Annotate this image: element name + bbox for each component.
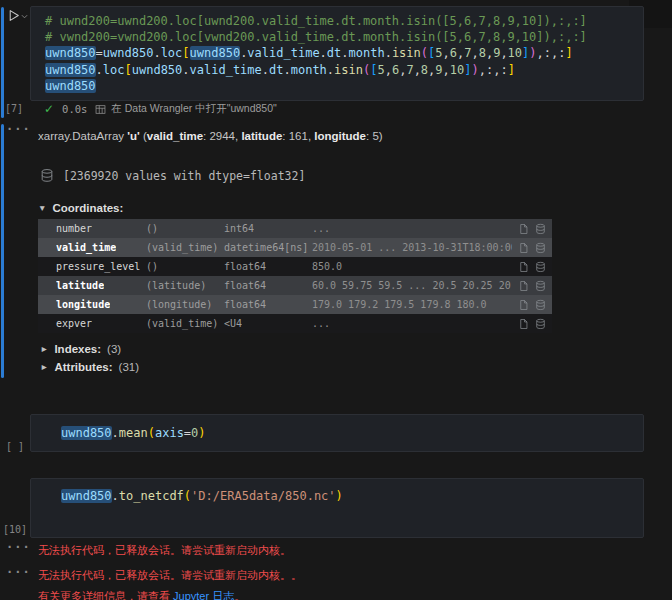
collapsed-arrow-icon: ► — [40, 362, 48, 372]
coord-dims: (latitude) — [146, 276, 206, 295]
coord-row-icons — [518, 238, 546, 257]
indexes-label: Indexes: — [54, 343, 101, 355]
code-cell-3[interactable]: uwnd850.to_netcdf('D:/ERA5data/850.nc') — [30, 478, 644, 538]
coord-dims: () — [146, 257, 158, 276]
coord-dtype: datetime64[ns] — [224, 238, 308, 257]
coords-table: number()int64...valid_time(valid_time)da… — [38, 219, 552, 333]
coord-value: 2010-05-01 ... 2013-10-31T18:00:00 — [312, 238, 512, 257]
chevron-down-icon — [21, 13, 28, 20]
coord-name: longitude — [56, 295, 110, 314]
collapsed-arrow-icon: ► — [40, 344, 48, 354]
data-wrangler-table-icon — [95, 104, 106, 115]
show-attributes-icon[interactable] — [518, 280, 529, 292]
indexes-count: (3) — [107, 343, 121, 355]
show-data-icon[interactable] — [535, 242, 546, 254]
code-line: uwnd850.mean(axis=0) — [61, 425, 643, 441]
coord-row-icons — [518, 314, 546, 333]
execution-duration: 0.0s — [62, 103, 87, 115]
output-focus-bar — [1, 124, 4, 378]
show-attributes-icon[interactable] — [518, 223, 529, 235]
coord-dims: (valid_time) — [146, 314, 218, 333]
coordinates-section-header[interactable]: ▼ Coordinates: — [38, 202, 123, 214]
coord-dtype: float64 — [224, 257, 266, 276]
attributes-count: (31) — [119, 361, 139, 373]
database-icon[interactable] — [40, 168, 54, 183]
coord-value: ... — [312, 219, 330, 238]
kernel-error-message-2: 无法执行代码，已释放会话。请尝试重新启动内核。。 — [38, 568, 302, 583]
coord-dims: (longitude) — [146, 295, 212, 314]
coord-row-icons — [518, 276, 546, 295]
coord-value: 60.0 59.75 59.5 ... 20.5 20.25 20.0 — [312, 276, 512, 295]
code-line: uwnd850.to_netcdf('D:/ERA5data/850.nc') — [61, 488, 643, 504]
coord-dims: (valid_time) — [146, 238, 218, 257]
success-check-icon: ✓ — [44, 102, 54, 116]
coord-row-icons — [518, 257, 546, 276]
cell-2-code: uwnd850.mean(axis=0) — [31, 415, 643, 441]
kernel-error-message-1: 无法执行代码，已释放会话。请尝试重新启动内核。 — [38, 543, 291, 558]
vscode-notebook: { "colors": { "focus_bar_blue": "#2b7cd4… — [0, 0, 672, 600]
code-cell-2[interactable]: uwnd850.mean(axis=0) — [30, 414, 644, 452]
coord-name: number — [56, 219, 92, 238]
coord-name: expver — [56, 314, 92, 333]
coord-dims: () — [146, 219, 158, 238]
show-data-icon[interactable] — [535, 280, 546, 292]
cell-1-status-bar: ✓ 0.0s 在 Data Wrangler 中打开"uwnd850" — [30, 101, 644, 117]
cell-1-code: # uwnd200=uwnd200.loc[uwnd200.valid_time… — [31, 7, 643, 94]
coord-value: ... — [312, 314, 330, 333]
coord-dtype: float64 — [224, 276, 266, 295]
coord-dtype: float64 — [224, 295, 266, 314]
coord-dtype: <U4 — [224, 314, 242, 333]
show-attributes-icon[interactable] — [518, 261, 529, 273]
indexes-section-header[interactable]: ► Indexes: (3) — [40, 343, 121, 355]
coord-value: 179.0 179.2 179.5 179.8 180.0 — [312, 295, 487, 314]
coord-row-icons — [518, 219, 546, 238]
coord-row-icons — [518, 295, 546, 314]
coord-row-expver: expver(valid_time)<U4... — [38, 314, 552, 333]
play-icon — [6, 8, 21, 23]
code-line: # uwnd200=uwnd200.loc[uwnd200.valid_time… — [45, 13, 643, 29]
code-cell-1[interactable]: # uwnd200=uwnd200.loc[uwnd200.valid_time… — [30, 6, 644, 101]
data-wrangler-label: 在 Data Wrangler 中打开"uwnd850" — [111, 102, 276, 116]
coord-row-latitude: latitude(latitude)float6460.0 59.75 59.5… — [38, 276, 552, 295]
kernel-error-details: 有关更多详细信息，请查看 Jupyter 日志。 — [38, 589, 245, 600]
code-line: uwnd850=uwnd850.loc[uwnd850.valid_time.d… — [45, 45, 643, 61]
attributes-label: Attributes: — [54, 361, 112, 373]
open-in-data-wrangler-link[interactable]: 在 Data Wrangler 中打开"uwnd850" — [95, 102, 276, 116]
show-data-icon[interactable] — [535, 318, 546, 330]
cell-1-execution-count: [7] — [5, 103, 23, 114]
show-attributes-icon[interactable] — [518, 318, 529, 330]
coord-row-longitude: longitude(longitude)float64179.0 179.2 1… — [38, 295, 552, 314]
code-line: uwnd850.loc[uwnd850.valid_time.dt.month.… — [45, 62, 643, 78]
show-data-icon[interactable] — [535, 299, 546, 311]
show-attributes-icon[interactable] — [518, 242, 529, 254]
coord-name: pressure_level — [56, 257, 140, 276]
attributes-section-header[interactable]: ► Attributes: (31) — [40, 361, 139, 373]
coordinates-label: Coordinates: — [52, 202, 123, 214]
values-preview: [2369920 values with dtype=float32] — [63, 169, 305, 183]
cell-2-execution-count: [ ] — [6, 441, 24, 452]
coord-name: latitude — [56, 276, 104, 295]
show-data-icon[interactable] — [535, 223, 546, 235]
coord-name: valid_time — [56, 238, 116, 257]
code-line: uwnd850 — [45, 78, 643, 94]
show-attributes-icon[interactable] — [518, 299, 529, 311]
cell-3-execution-count: [10] — [3, 524, 27, 535]
run-cell-button[interactable] — [6, 8, 21, 27]
cell-3-code: uwnd850.to_netcdf('D:/ERA5data/850.nc') — [31, 479, 643, 504]
dataarray-header: xarray.DataArray 'u' (valid_time: 2944, … — [38, 130, 383, 142]
array-preview-row: [2369920 values with dtype=float32] — [40, 168, 305, 183]
coord-row-valid_time: valid_time(valid_time)datetime64[ns]2010… — [38, 238, 552, 257]
coord-dtype: int64 — [224, 219, 254, 238]
coord-row-number: number()int64... — [38, 219, 552, 238]
expanded-arrow-icon: ▼ — [38, 203, 46, 213]
show-data-icon[interactable] — [535, 261, 546, 273]
error-2-more-button[interactable]: ... — [6, 562, 31, 576]
coord-row-pressure_level: pressure_level()float64850.0 — [38, 257, 552, 276]
cell-focus-bar — [1, 7, 4, 118]
coord-value: 850.0 — [312, 257, 342, 276]
error-1-more-button[interactable]: ... — [6, 537, 31, 551]
code-line: # vwnd200=vwnd200.loc[vwnd200.valid_time… — [45, 29, 643, 45]
output-1-more-button[interactable]: ... — [6, 119, 31, 133]
